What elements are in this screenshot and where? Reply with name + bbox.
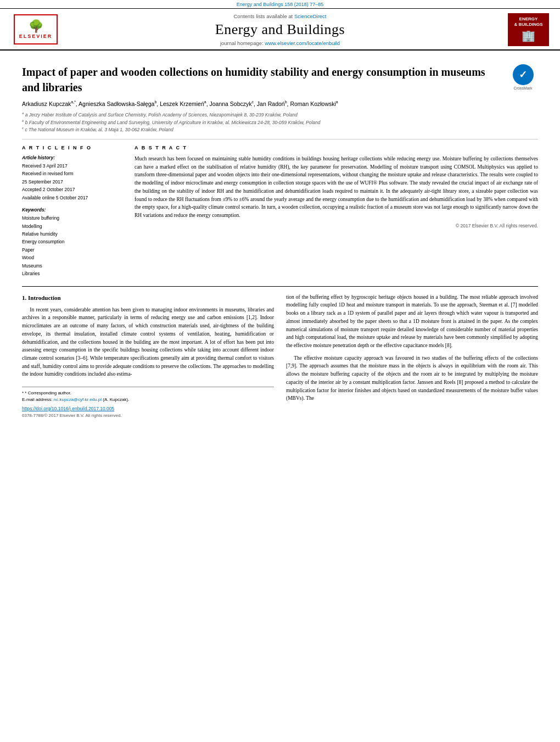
body-col-right: tion of the buffering effect by hygrosco… [286,293,538,420]
journal-homepage: journal homepage: www.elsevier.com/locat… [60,40,500,46]
crossmark-icon: ✓ [513,64,534,85]
article-body: 1. Introduction In recent years, conside… [22,286,538,420]
footnote-email-link[interactable]: nc.kupcza@cyf-kr.edu.pl [54,397,102,402]
abstract-text: Much research has been focused on mainta… [135,155,538,220]
body-col1-para1: In recent years, considerable attention … [22,306,274,378]
article-history: Article history: Received 3 April 2017 R… [22,155,124,202]
authors-line: Arkadiusz Kupczaka,*, Agnieszka Sadłowsk… [22,99,538,108]
homepage-label: journal homepage: [220,40,264,46]
journal-header: 🌳 ELSEVIER Contents lists available at S… [0,9,560,51]
email-label: E-mail address: [22,397,53,402]
keywords-label: Keywords: [22,207,124,213]
section1-heading: 1. Introduction [22,293,274,303]
received-date: Received 3 April 2017 [22,162,124,170]
page: Energy and Buildings 158 (2018) 77–85 🌳 … [0,0,560,742]
doi-link[interactable]: https://doi.org/10.1016/j.enbuild.2017.1… [22,406,114,411]
affiliations: a a Jerzy Haber Institute of Catalysis a… [22,111,538,133]
history-label: Article history: [22,155,124,160]
energy-logo: ENERGY& BUILDINGS 🏢 [500,13,549,46]
keyword-6: Museums [22,262,124,270]
footnote-corresponding: * * Corresponding author. [22,390,274,397]
article-content: Impact of paper and wooden collections o… [0,51,560,425]
footnote-section: * * Corresponding author. E-mail address… [22,387,274,420]
keyword-2: Relative humidity [22,230,124,238]
available-date: Available online 5 October 2017 [22,194,124,202]
accepted-date: Accepted 2 October 2017 [22,186,124,193]
elsevier-logo: 🌳 ELSEVIER [11,14,60,46]
keyword-4: Paper [22,246,124,254]
keywords-group: Keywords: Moisture buffering Modelling R… [22,207,124,278]
body-col2-para1: tion of the buffering effect by hygrosco… [286,293,538,350]
affiliation-c: c c The National Museum in Kraków, al. 3… [22,126,538,133]
homepage-link[interactable]: www.elsevier.com/locate/enbuild [265,40,340,46]
keyword-0: Moisture buffering [22,214,124,222]
article-info-col: A R T I C L E I N F O Article history: R… [22,145,124,278]
body-two-col: 1. Introduction In recent years, conside… [22,293,538,420]
keyword-7: Libraries [22,270,124,277]
received-revised-date: 25 September 2017 [22,178,124,186]
contents-line: Contents lists available at ScienceDirec… [60,13,500,19]
elsevier-text: ELSEVIER [19,34,53,39]
abstract-col: A B S T R A C T Much research has been f… [135,145,538,278]
article-title-section: Impact of paper and wooden collections o… [22,64,538,95]
footnote-email-name: (A. Kupczak). [103,397,129,402]
article-title: Impact of paper and wooden collections o… [22,64,502,95]
contents-label: Contents lists available at [234,13,293,19]
article-divider [22,139,538,140]
elsevier-tree-icon: 🌳 [29,19,43,34]
abstract-paragraph: Much research has been focused on mainta… [135,155,538,220]
header-center: Contents lists available at ScienceDirec… [60,13,500,46]
footnote-corresponding-label: * Corresponding author. [25,390,71,395]
affiliation-b: b b Faculty of Environmental Engineering… [22,119,538,126]
issn-line: 0378-7788/© 2017 Elsevier B.V. All right… [22,412,274,419]
citation-line: Energy and Buildings 158 (2018) 77–85 [0,0,560,9]
body-col2-para2: The effective moisture capacity approach… [286,354,538,403]
abstract-label: A B S T R A C T [135,145,538,150]
affiliation-a: a a Jerzy Haber Institute of Catalysis a… [22,111,538,119]
energy-logo-text: ENERGY& BUILDINGS 🏢 [514,16,543,42]
sciencedirect-link[interactable]: ScienceDirect [294,13,327,19]
copyright-line: © 2017 Elsevier B.V. All rights reserved… [135,223,538,228]
received-revised-label: Received in revised form [22,170,124,177]
crossmark-logo: ✓ CrossMark [508,64,538,90]
keyword-1: Modelling [22,222,124,230]
footnote-email-line: E-mail address: nc.kupcza@cyf-kr.edu.pl … [22,397,274,403]
keyword-3: Energy consumption [22,238,124,246]
energy-logo-box: ENERGY& BUILDINGS 🏢 [508,13,549,46]
doi-line: https://doi.org/10.1016/j.enbuild.2017.1… [22,405,274,412]
journal-title: Energy and Buildings [60,21,500,38]
body-col-left: 1. Introduction In recent years, conside… [22,293,274,420]
citation-text: Energy and Buildings 158 (2018) 77–85 [237,2,324,7]
logo-box: 🌳 ELSEVIER [14,14,58,44]
article-info-label: A R T I C L E I N F O [22,145,124,150]
info-abstract-section: A R T I C L E I N F O Article history: R… [22,145,538,278]
keyword-5: Wood [22,254,124,261]
crossmark-text: CrossMark [514,86,533,90]
